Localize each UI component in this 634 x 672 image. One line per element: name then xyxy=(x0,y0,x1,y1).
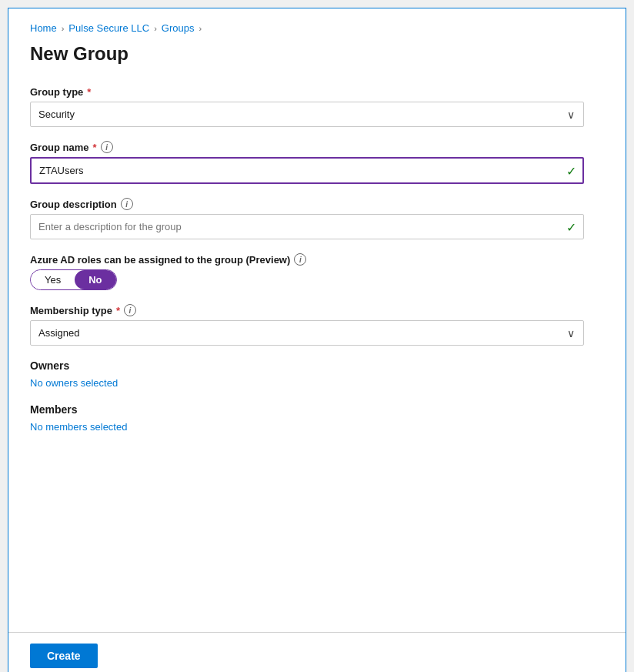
owners-label: Owners xyxy=(30,359,584,372)
group-description-info-icon[interactable]: i xyxy=(121,198,133,210)
membership-type-field: Membership type * i Assigned Dynamic Use… xyxy=(30,304,584,346)
breadcrumb-section[interactable]: Groups xyxy=(162,22,195,34)
group-type-label: Group type * xyxy=(30,86,584,98)
membership-type-select[interactable]: Assigned Dynamic User Dynamic Device xyxy=(30,320,584,346)
group-name-required: * xyxy=(93,142,97,153)
owners-link[interactable]: No owners selected xyxy=(30,377,118,389)
group-name-label: Group name * i xyxy=(30,141,584,153)
group-description-check-icon: ✓ xyxy=(566,219,576,234)
page-title: New Group xyxy=(30,43,604,65)
toggle-yes[interactable]: Yes xyxy=(31,270,75,289)
owners-field: Owners No owners selected xyxy=(30,359,584,389)
membership-type-label: Membership type * i xyxy=(30,304,584,316)
breadcrumb-sep-1: › xyxy=(62,24,65,33)
toggle-no[interactable]: No xyxy=(75,270,115,289)
members-label: Members xyxy=(30,403,584,416)
footer-bar: Create xyxy=(8,632,626,672)
members-field: Members No members selected xyxy=(30,403,584,433)
group-type-field: Group type * Security Microsoft 365 ∨ xyxy=(30,86,584,127)
group-type-select[interactable]: Security Microsoft 365 xyxy=(30,102,584,127)
group-name-field: Group name * i ✓ xyxy=(30,141,584,184)
breadcrumb-home[interactable]: Home xyxy=(30,22,57,34)
group-name-check-icon: ✓ xyxy=(566,163,576,178)
azure-ad-roles-info-icon[interactable]: i xyxy=(294,253,306,266)
membership-type-select-wrapper: Assigned Dynamic User Dynamic Device ∨ xyxy=(30,320,584,346)
group-description-field: Group description i ✓ xyxy=(30,198,584,239)
group-name-input-wrapper: ✓ xyxy=(30,157,584,184)
group-type-required: * xyxy=(87,86,91,98)
azure-ad-roles-toggle[interactable]: Yes No xyxy=(30,269,117,290)
azure-ad-roles-label: Azure AD roles can be assigned to the gr… xyxy=(30,253,584,266)
group-description-label: Group description i xyxy=(30,198,584,210)
group-description-input[interactable] xyxy=(30,214,584,239)
new-group-form: Group type * Security Microsoft 365 ∨ Gr… xyxy=(30,86,584,433)
membership-type-required: * xyxy=(116,305,120,316)
breadcrumb-sep-2: › xyxy=(154,24,157,33)
azure-ad-roles-field: Azure AD roles can be assigned to the gr… xyxy=(30,253,584,290)
create-button[interactable]: Create xyxy=(30,644,98,668)
breadcrumb: Home › Pulse Secure LLC › Groups › xyxy=(30,22,604,34)
group-type-select-wrapper: Security Microsoft 365 ∨ xyxy=(30,102,584,127)
breadcrumb-org[interactable]: Pulse Secure LLC xyxy=(68,22,149,34)
members-link[interactable]: No members selected xyxy=(30,421,127,433)
group-name-info-icon[interactable]: i xyxy=(101,141,113,153)
group-name-input[interactable] xyxy=(30,157,584,184)
group-description-input-wrapper: ✓ xyxy=(30,214,584,239)
membership-type-info-icon[interactable]: i xyxy=(124,304,136,316)
breadcrumb-sep-3: › xyxy=(199,24,202,33)
